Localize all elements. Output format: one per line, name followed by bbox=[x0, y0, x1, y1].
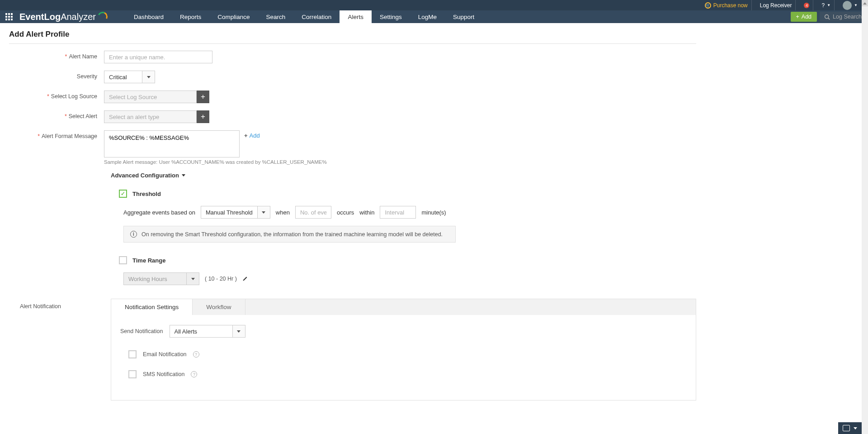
occurs-label: occurs bbox=[337, 209, 354, 216]
cart-icon: 🛒 bbox=[705, 2, 711, 9]
within-label: within bbox=[359, 209, 374, 216]
aggregate-select[interactable]: Manual Threshold bbox=[201, 206, 270, 219]
top-utility-bar: 🛒 Purchase now Log Receiver 4 ? ▼ ▼ bbox=[0, 0, 868, 10]
events-input[interactable] bbox=[295, 206, 331, 219]
nav-settings[interactable]: Settings bbox=[372, 10, 410, 23]
time-range-select[interactable]: Working Hours bbox=[123, 272, 199, 285]
edit-icon[interactable] bbox=[242, 276, 248, 281]
select-alert-label: *Select Alert bbox=[9, 110, 104, 119]
user-menu[interactable]: ▼ bbox=[839, 0, 861, 10]
log-source-label: *Select Log Source bbox=[9, 91, 104, 100]
add-button[interactable]: + Add bbox=[791, 12, 817, 22]
threshold-info-box: i On removing the Smart Threshold config… bbox=[123, 226, 456, 243]
threshold-checkbox[interactable] bbox=[119, 190, 127, 198]
chevron-down-icon bbox=[262, 211, 265, 214]
sms-notification-label: SMS Notification bbox=[143, 371, 184, 377]
email-notification-checkbox[interactable] bbox=[128, 350, 137, 358]
time-range-checkbox[interactable] bbox=[119, 256, 127, 264]
alert-name-input[interactable] bbox=[104, 51, 212, 63]
alert-format-label: *Alert Format Message bbox=[9, 130, 104, 139]
tab-workflow[interactable]: Workflow bbox=[193, 299, 245, 315]
time-range-label: Time Range bbox=[132, 257, 165, 264]
help-button[interactable]: ? ▼ bbox=[818, 0, 835, 10]
chevron-down-icon bbox=[237, 330, 241, 333]
nav-alerts[interactable]: Alerts bbox=[340, 10, 372, 23]
nav-logme[interactable]: LogMe bbox=[410, 10, 445, 23]
severity-label: Severity bbox=[9, 71, 104, 80]
alert-type-select[interactable]: Select an alert type bbox=[104, 110, 197, 123]
nav-support[interactable]: Support bbox=[445, 10, 482, 23]
nav-compliance[interactable]: Compliance bbox=[209, 10, 258, 23]
log-receiver-link[interactable]: Log Receiver bbox=[756, 0, 796, 10]
add-log-source-button[interactable]: + bbox=[197, 91, 209, 103]
bell-icon: 4 bbox=[804, 3, 809, 8]
interval-input[interactable] bbox=[380, 206, 416, 219]
app-grid-icon[interactable] bbox=[5, 13, 13, 20]
search-icon bbox=[824, 14, 830, 20]
notification-tabs: Notification Settings Workflow bbox=[111, 299, 696, 315]
logo-swirl-icon bbox=[96, 10, 109, 23]
plus-icon: + bbox=[244, 132, 248, 139]
nav-search[interactable]: Search bbox=[258, 10, 294, 23]
nav-correlation[interactable]: Correlation bbox=[293, 10, 340, 23]
log-source-select[interactable]: Select Log Source bbox=[104, 91, 197, 103]
threshold-label: Threshold bbox=[132, 191, 161, 197]
sms-notification-checkbox[interactable] bbox=[128, 370, 137, 378]
advanced-config-toggle[interactable]: Advanced Configuration bbox=[111, 172, 696, 179]
tab-notification-settings[interactable]: Notification Settings bbox=[111, 299, 193, 315]
avatar-icon bbox=[843, 1, 852, 10]
severity-select[interactable]: Critical bbox=[104, 71, 155, 83]
nav-dashboard[interactable]: Dashboard bbox=[126, 10, 172, 23]
plus-icon: + bbox=[796, 14, 799, 20]
help-icon[interactable]: ? bbox=[193, 351, 199, 358]
page-title: Add Alert Profile bbox=[9, 30, 696, 39]
send-notification-select[interactable]: All Alerts bbox=[170, 325, 245, 338]
scrollbar[interactable] bbox=[862, 0, 868, 407]
add-alert-type-button[interactable]: + bbox=[197, 110, 209, 123]
caret-down-icon bbox=[182, 174, 185, 176]
chevron-down-icon bbox=[147, 76, 151, 78]
send-notification-label: Send Notification bbox=[120, 328, 163, 334]
nav-items: Dashboard Reports Compliance Search Corr… bbox=[126, 10, 482, 23]
alert-format-hint: Sample Alert message: User %ACCOUNT_NAME… bbox=[104, 159, 327, 165]
help-icon[interactable]: ? bbox=[191, 371, 197, 377]
hours-label: ( 10 - 20 Hr ) bbox=[205, 276, 237, 282]
scrollbar-up-icon[interactable] bbox=[862, 0, 868, 6]
chevron-down-icon bbox=[191, 278, 195, 280]
log-search-button[interactable]: Log Search bbox=[820, 12, 866, 22]
main-navigation: EventLog Analyzer Dashboard Reports Comp… bbox=[0, 10, 868, 23]
when-label: when bbox=[276, 209, 290, 216]
svg-line-1 bbox=[828, 18, 830, 19]
alert-name-label: *Alert Name bbox=[9, 51, 104, 60]
add-format-link[interactable]: + Add bbox=[244, 132, 260, 139]
alert-notification-label: Alert Notification bbox=[9, 299, 68, 310]
logo[interactable]: EventLog Analyzer bbox=[19, 10, 108, 23]
nav-reports[interactable]: Reports bbox=[172, 10, 209, 23]
email-notification-label: Email Notification bbox=[143, 351, 187, 358]
purchase-now-link[interactable]: 🛒 Purchase now bbox=[701, 0, 752, 10]
info-icon: i bbox=[130, 231, 137, 238]
svg-point-0 bbox=[825, 14, 829, 18]
minutes-label: minute(s) bbox=[421, 209, 446, 216]
notifications-button[interactable]: 4 bbox=[800, 0, 813, 10]
alert-format-textarea[interactable]: %SOURCE% : %MESSAGE% bbox=[104, 130, 240, 157]
aggregate-label: Aggregate events based on bbox=[123, 209, 195, 216]
purchase-label: Purchase now bbox=[713, 2, 748, 9]
